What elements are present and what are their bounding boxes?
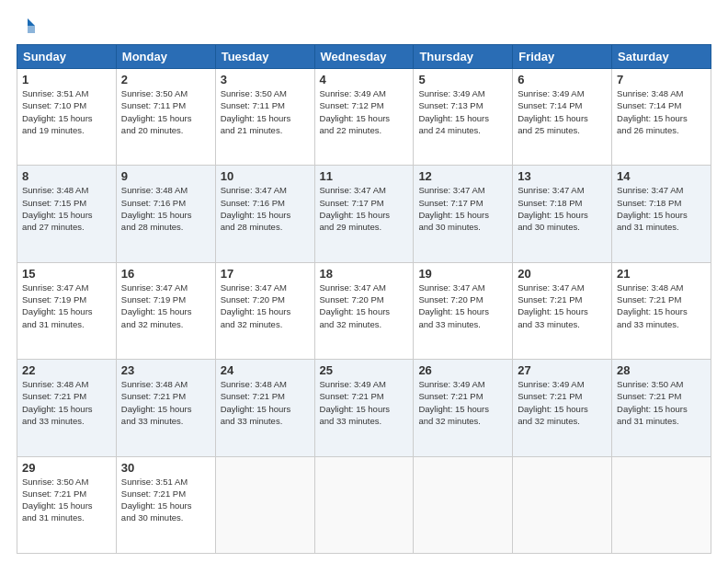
day-number: 16	[121, 267, 210, 281]
day-number: 4	[320, 73, 409, 86]
day-number: 6	[518, 73, 607, 86]
calendar-cell: 6Sunrise: 3:49 AM Sunset: 7:14 PM Daylig…	[513, 69, 612, 166]
day-number: 18	[320, 267, 409, 281]
col-wednesday: Wednesday	[314, 45, 414, 69]
day-info: Sunrise: 3:47 AM Sunset: 7:19 PM Dayligh…	[22, 282, 111, 330]
calendar-cell: 29Sunrise: 3:50 AM Sunset: 7:21 PM Dayli…	[17, 456, 117, 553]
calendar-cell	[215, 456, 314, 553]
day-number: 17	[221, 267, 310, 281]
page: Sunday Monday Tuesday Wednesday Thursday…	[0, 0, 728, 563]
day-info: Sunrise: 3:47 AM Sunset: 7:19 PM Dayligh…	[121, 282, 210, 330]
calendar-cell: 21Sunrise: 3:48 AM Sunset: 7:21 PM Dayli…	[612, 262, 711, 359]
day-number: 27	[518, 363, 607, 377]
day-number: 23	[121, 363, 210, 377]
week-row-2: 8Sunrise: 3:48 AM Sunset: 7:15 PM Daylig…	[17, 166, 711, 262]
day-info: Sunrise: 3:49 AM Sunset: 7:12 PM Dayligh…	[320, 87, 409, 136]
day-info: Sunrise: 3:47 AM Sunset: 7:20 PM Dayligh…	[418, 282, 507, 330]
svg-marker-0	[28, 18, 35, 26]
day-number: 25	[320, 363, 409, 377]
day-number: 13	[518, 169, 607, 183]
header-row: Sunday Monday Tuesday Wednesday Thursday…	[17, 45, 711, 69]
day-info: Sunrise: 3:48 AM Sunset: 7:21 PM Dayligh…	[121, 378, 210, 427]
calendar-cell	[314, 456, 414, 553]
calendar-cell: 24Sunrise: 3:48 AM Sunset: 7:21 PM Dayli…	[215, 360, 314, 456]
calendar-cell: 9Sunrise: 3:48 AM Sunset: 7:16 PM Daylig…	[116, 166, 215, 262]
calendar-cell: 25Sunrise: 3:49 AM Sunset: 7:21 PM Dayli…	[314, 360, 414, 456]
calendar-cell: 8Sunrise: 3:48 AM Sunset: 7:15 PM Daylig…	[17, 166, 117, 262]
day-info: Sunrise: 3:48 AM Sunset: 7:16 PM Dayligh…	[121, 184, 210, 233]
day-number: 3	[221, 73, 310, 86]
day-info: Sunrise: 3:47 AM Sunset: 7:17 PM Dayligh…	[418, 184, 507, 233]
day-info: Sunrise: 3:49 AM Sunset: 7:13 PM Dayligh…	[418, 87, 507, 136]
day-info: Sunrise: 3:47 AM Sunset: 7:20 PM Dayligh…	[320, 282, 409, 330]
calendar-cell: 11Sunrise: 3:47 AM Sunset: 7:17 PM Dayli…	[314, 166, 414, 262]
day-info: Sunrise: 3:49 AM Sunset: 7:21 PM Dayligh…	[418, 378, 507, 427]
week-row-3: 15Sunrise: 3:47 AM Sunset: 7:19 PM Dayli…	[17, 262, 711, 359]
day-number: 20	[518, 267, 607, 281]
col-saturday: Saturday	[612, 45, 711, 69]
calendar-cell: 20Sunrise: 3:47 AM Sunset: 7:21 PM Dayli…	[513, 262, 612, 359]
day-number: 2	[121, 73, 210, 86]
day-info: Sunrise: 3:48 AM Sunset: 7:21 PM Dayligh…	[22, 378, 111, 427]
calendar-cell: 15Sunrise: 3:47 AM Sunset: 7:19 PM Dayli…	[17, 262, 117, 359]
col-friday: Friday	[513, 45, 612, 69]
day-info: Sunrise: 3:49 AM Sunset: 7:14 PM Dayligh…	[518, 87, 607, 136]
day-number: 15	[22, 267, 111, 281]
day-info: Sunrise: 3:50 AM Sunset: 7:21 PM Dayligh…	[617, 378, 706, 427]
calendar-cell	[414, 456, 513, 553]
day-info: Sunrise: 3:47 AM Sunset: 7:18 PM Dayligh…	[617, 184, 706, 233]
day-info: Sunrise: 3:50 AM Sunset: 7:21 PM Dayligh…	[22, 476, 111, 524]
day-number: 30	[121, 461, 210, 475]
calendar-cell: 10Sunrise: 3:47 AM Sunset: 7:16 PM Dayli…	[215, 166, 314, 262]
day-info: Sunrise: 3:50 AM Sunset: 7:11 PM Dayligh…	[121, 87, 210, 136]
day-number: 28	[617, 363, 706, 377]
calendar-cell: 22Sunrise: 3:48 AM Sunset: 7:21 PM Dayli…	[17, 360, 117, 456]
calendar-cell: 23Sunrise: 3:48 AM Sunset: 7:21 PM Dayli…	[116, 360, 215, 456]
col-sunday: Sunday	[17, 45, 117, 69]
calendar-cell: 1Sunrise: 3:51 AM Sunset: 7:10 PM Daylig…	[17, 69, 117, 166]
day-info: Sunrise: 3:48 AM Sunset: 7:15 PM Dayligh…	[22, 184, 111, 233]
day-number: 8	[22, 169, 111, 183]
week-row-1: 1Sunrise: 3:51 AM Sunset: 7:10 PM Daylig…	[17, 69, 711, 166]
day-number: 14	[617, 169, 706, 183]
day-number: 21	[617, 267, 706, 281]
day-info: Sunrise: 3:51 AM Sunset: 7:21 PM Dayligh…	[121, 476, 210, 524]
calendar-cell: 16Sunrise: 3:47 AM Sunset: 7:19 PM Dayli…	[116, 262, 215, 359]
week-row-4: 22Sunrise: 3:48 AM Sunset: 7:21 PM Dayli…	[17, 360, 711, 456]
calendar-cell: 17Sunrise: 3:47 AM Sunset: 7:20 PM Dayli…	[215, 262, 314, 359]
day-number: 9	[121, 169, 210, 183]
calendar-cell: 26Sunrise: 3:49 AM Sunset: 7:21 PM Dayli…	[414, 360, 513, 456]
calendar-cell: 13Sunrise: 3:47 AM Sunset: 7:18 PM Dayli…	[513, 166, 612, 262]
calendar-cell: 5Sunrise: 3:49 AM Sunset: 7:13 PM Daylig…	[414, 69, 513, 166]
calendar-cell: 19Sunrise: 3:47 AM Sunset: 7:20 PM Dayli…	[414, 262, 513, 359]
day-info: Sunrise: 3:49 AM Sunset: 7:21 PM Dayligh…	[320, 378, 409, 427]
day-number: 10	[221, 169, 310, 183]
calendar-table: Sunday Monday Tuesday Wednesday Thursday…	[17, 44, 711, 554]
day-info: Sunrise: 3:50 AM Sunset: 7:11 PM Dayligh…	[221, 87, 310, 136]
calendar-cell: 12Sunrise: 3:47 AM Sunset: 7:17 PM Dayli…	[414, 166, 513, 262]
day-info: Sunrise: 3:47 AM Sunset: 7:17 PM Dayligh…	[320, 184, 409, 233]
calendar-cell: 2Sunrise: 3:50 AM Sunset: 7:11 PM Daylig…	[116, 69, 215, 166]
day-number: 22	[22, 363, 111, 377]
col-thursday: Thursday	[414, 45, 513, 69]
calendar-cell: 18Sunrise: 3:47 AM Sunset: 7:20 PM Dayli…	[314, 262, 414, 359]
calendar-cell: 3Sunrise: 3:50 AM Sunset: 7:11 PM Daylig…	[215, 69, 314, 166]
day-info: Sunrise: 3:48 AM Sunset: 7:21 PM Dayligh…	[617, 282, 706, 330]
day-info: Sunrise: 3:47 AM Sunset: 7:21 PM Dayligh…	[518, 282, 607, 330]
col-tuesday: Tuesday	[215, 45, 314, 69]
calendar-cell	[612, 456, 711, 553]
col-monday: Monday	[116, 45, 215, 69]
day-number: 1	[22, 73, 111, 86]
logo	[17, 17, 37, 35]
header	[17, 17, 711, 35]
day-info: Sunrise: 3:47 AM Sunset: 7:18 PM Dayligh…	[518, 184, 607, 233]
day-number: 26	[418, 363, 507, 377]
day-info: Sunrise: 3:47 AM Sunset: 7:20 PM Dayligh…	[221, 282, 310, 330]
day-number: 12	[418, 169, 507, 183]
svg-marker-1	[28, 26, 35, 33]
day-info: Sunrise: 3:48 AM Sunset: 7:21 PM Dayligh…	[221, 378, 310, 427]
day-info: Sunrise: 3:48 AM Sunset: 7:14 PM Dayligh…	[617, 87, 706, 136]
day-info: Sunrise: 3:47 AM Sunset: 7:16 PM Dayligh…	[221, 184, 310, 233]
day-number: 11	[320, 169, 409, 183]
day-number: 29	[22, 461, 111, 475]
